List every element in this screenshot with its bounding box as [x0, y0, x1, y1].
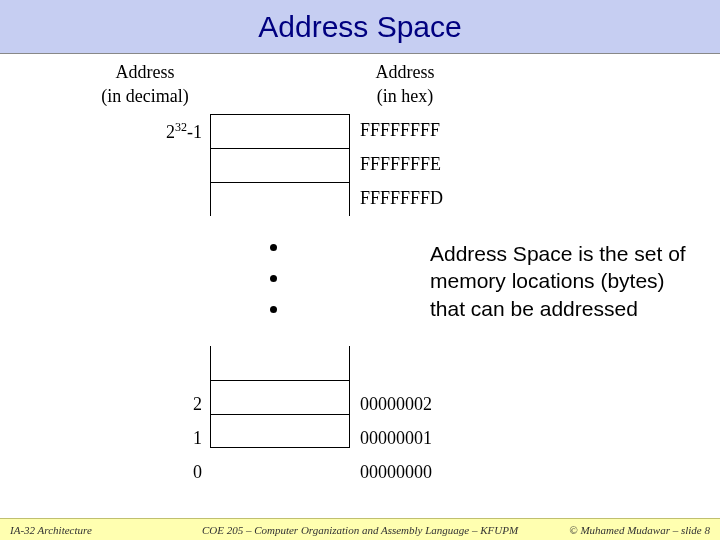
hex-label-b2: 00000002 [360, 394, 432, 415]
footer: IA-32 Architecture COE 205 – Computer Or… [0, 518, 720, 540]
hex-label-top: FFFFFFFF [360, 120, 440, 141]
footer-left: IA-32 Architecture [10, 524, 92, 536]
dec-label-1: 1 [193, 428, 202, 449]
memory-cell [210, 346, 350, 380]
slide-content: Address (in decimal) Address (in hex) 23… [0, 54, 720, 514]
memory-cell [210, 380, 350, 414]
memory-gap [210, 216, 350, 346]
exp: 32 [175, 120, 187, 134]
dot-icon [270, 306, 277, 313]
memory-stack [210, 114, 350, 448]
slide-title: Address Space [258, 10, 461, 44]
title-bar: Address Space [0, 0, 720, 54]
memory-cell [210, 414, 350, 448]
dot-icon [270, 275, 277, 282]
hex-header: Address [350, 62, 460, 83]
annotation-text: Address Space is the set of memory locat… [430, 240, 690, 322]
hex-label-b0: 00000000 [360, 462, 432, 483]
dec-label-2: 2 [193, 394, 202, 415]
memory-cell [210, 182, 350, 216]
decimal-subheader: (in decimal) [90, 86, 200, 107]
ellipsis-dots [270, 244, 277, 313]
dec-label-0: 0 [193, 462, 202, 483]
footer-center: COE 205 – Computer Organization and Asse… [202, 524, 518, 536]
hex-label-r1: FFFFFFFE [360, 154, 441, 175]
suffix: -1 [187, 122, 202, 142]
hex-label-b1: 00000001 [360, 428, 432, 449]
decimal-header: Address [90, 62, 200, 83]
memory-cell [210, 148, 350, 182]
footer-right: © Muhamed Mudawar – slide 8 [569, 524, 710, 536]
dot-icon [270, 244, 277, 251]
dec-label-top: 232-1 [166, 120, 202, 143]
hex-label-r2: FFFFFFFD [360, 188, 443, 209]
base: 2 [166, 122, 175, 142]
memory-cell [210, 114, 350, 148]
hex-subheader: (in hex) [350, 86, 460, 107]
